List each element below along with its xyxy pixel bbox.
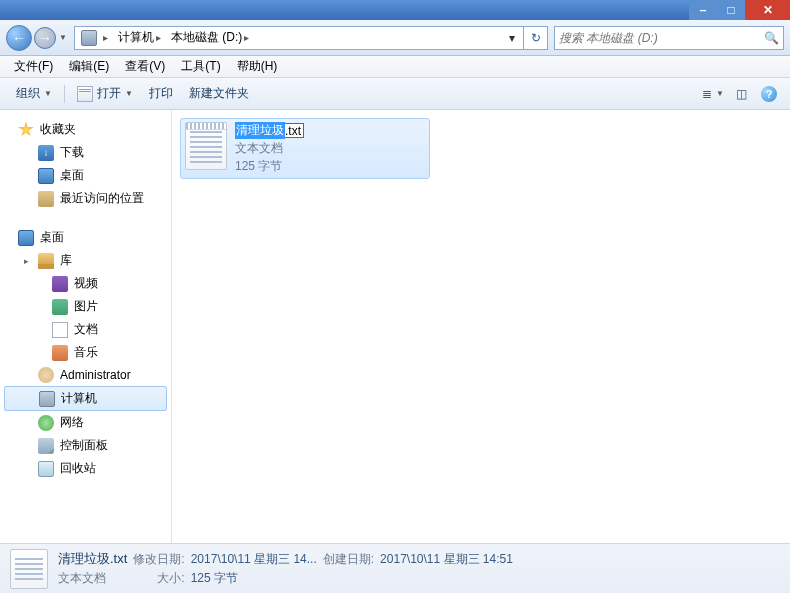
search-input[interactable] bbox=[559, 31, 764, 45]
maximize-icon: □ bbox=[727, 3, 734, 17]
organize-button[interactable]: 组织 ▼ bbox=[8, 81, 60, 106]
status-modified-value: 2017\10\11 星期三 14... bbox=[191, 551, 317, 568]
view-mode-button[interactable]: ≣▼ bbox=[700, 83, 726, 105]
music-icon bbox=[52, 345, 68, 361]
toolbar: 组织 ▼ 打开 ▼ 打印 新建文件夹 ≣▼ ◫ ? bbox=[0, 78, 790, 110]
chevron-down-icon: ▼ bbox=[125, 89, 133, 98]
breadcrumb-computer[interactable]: 计算机 ▸ bbox=[114, 27, 167, 49]
minimize-icon: – bbox=[700, 3, 707, 17]
back-button[interactable]: ← bbox=[6, 25, 32, 51]
chevron-down-icon: ▼ bbox=[44, 89, 52, 98]
nav-label: 库 bbox=[60, 252, 72, 269]
nav-label: 网络 bbox=[60, 414, 84, 431]
navigation-pane[interactable]: 收藏夹 下载 桌面 最近访问的位置 桌面 bbox=[0, 110, 172, 543]
desktop-group: 桌面 ▸ 库 视频 图片 文档 bbox=[0, 226, 171, 480]
open-button[interactable]: 打开 ▼ bbox=[69, 81, 141, 106]
file-name-ext[interactable]: .txt bbox=[285, 123, 304, 138]
preview-pane-button[interactable]: ◫ bbox=[728, 83, 754, 105]
sidebar-item-downloads[interactable]: 下载 bbox=[0, 141, 171, 164]
chevron-right-icon: ▸ bbox=[156, 32, 161, 43]
expand-icon[interactable]: ▸ bbox=[24, 256, 29, 266]
file-type: 文本文档 bbox=[235, 140, 304, 157]
file-list[interactable]: 清理垃圾.txt 文本文档 125 字节 bbox=[172, 110, 790, 543]
breadcrumb[interactable]: ▸ 计算机 ▸ 本地磁盘 (D:) ▸ ▾ bbox=[74, 26, 524, 50]
menu-bar: 文件(F) 编辑(E) 查看(V) 工具(T) 帮助(H) bbox=[0, 56, 790, 78]
file-size: 125 字节 bbox=[235, 158, 304, 175]
explorer-window: – □ ✕ ← → ▼ ▸ 计算机 ▸ 本地磁盘 (D:) ▸ ▾ ↻ bbox=[0, 0, 790, 593]
navigation-bar: ← → ▼ ▸ 计算机 ▸ 本地磁盘 (D:) ▸ ▾ ↻ 🔍 bbox=[0, 20, 790, 56]
breadcrumb-dropdown[interactable]: ▾ bbox=[503, 31, 521, 45]
sidebar-item-administrator[interactable]: Administrator bbox=[0, 364, 171, 386]
status-details: 清理垃圾.txt修改日期:2017\10\11 星期三 14...创建日期:20… bbox=[58, 550, 513, 587]
forward-button[interactable]: → bbox=[34, 27, 56, 49]
file-name-selected[interactable]: 清理垃圾 bbox=[235, 122, 285, 139]
breadcrumb-root[interactable]: ▸ bbox=[77, 27, 114, 49]
menu-file[interactable]: 文件(F) bbox=[6, 56, 61, 77]
arrow-left-icon: ← bbox=[12, 30, 26, 46]
sidebar-item-libraries[interactable]: ▸ 库 bbox=[0, 249, 171, 272]
nav-label: 最近访问的位置 bbox=[60, 190, 144, 207]
history-dropdown[interactable]: ▼ bbox=[58, 26, 68, 50]
sidebar-item-documents[interactable]: 文档 bbox=[0, 318, 171, 341]
sidebar-item-controlpanel[interactable]: 控制面板 bbox=[0, 434, 171, 457]
status-created-value: 2017\10\11 星期三 14:51 bbox=[380, 551, 513, 568]
refresh-button[interactable]: ↻ bbox=[524, 26, 548, 50]
menu-edit[interactable]: 编辑(E) bbox=[61, 56, 117, 77]
menu-tools[interactable]: 工具(T) bbox=[173, 56, 228, 77]
help-button[interactable]: ? bbox=[756, 83, 782, 105]
recent-icon bbox=[38, 191, 54, 207]
computer-icon bbox=[39, 391, 55, 407]
nav-label: 文档 bbox=[74, 321, 98, 338]
text-file-icon bbox=[185, 122, 227, 170]
file-info: 清理垃圾.txt 文本文档 125 字节 bbox=[235, 122, 304, 175]
sidebar-item-recyclebin[interactable]: 回收站 bbox=[0, 457, 171, 480]
file-name-editor[interactable]: 清理垃圾.txt bbox=[235, 122, 304, 139]
search-box[interactable]: 🔍 bbox=[554, 26, 784, 50]
star-icon bbox=[18, 122, 34, 138]
arrow-right-icon: → bbox=[38, 30, 52, 46]
sidebar-item-video[interactable]: 视频 bbox=[0, 272, 171, 295]
file-item[interactable]: 清理垃圾.txt 文本文档 125 字节 bbox=[180, 118, 430, 179]
maximize-button[interactable]: □ bbox=[717, 0, 745, 20]
close-button[interactable]: ✕ bbox=[745, 0, 790, 20]
minimize-button[interactable]: – bbox=[689, 0, 717, 20]
sidebar-item-desktop-fav[interactable]: 桌面 bbox=[0, 164, 171, 187]
titlebar[interactable]: – □ ✕ bbox=[0, 0, 790, 20]
new-folder-button[interactable]: 新建文件夹 bbox=[181, 81, 257, 106]
recycle-bin-icon bbox=[38, 461, 54, 477]
window-controls: – □ ✕ bbox=[689, 0, 790, 20]
details-pane: 清理垃圾.txt修改日期:2017\10\11 星期三 14...创建日期:20… bbox=[0, 543, 790, 593]
help-icon: ? bbox=[761, 86, 777, 102]
favorites-header[interactable]: 收藏夹 bbox=[0, 118, 171, 141]
picture-icon bbox=[52, 299, 68, 315]
menu-view[interactable]: 查看(V) bbox=[117, 56, 173, 77]
network-icon bbox=[38, 415, 54, 431]
chevron-right-icon: ▸ bbox=[244, 32, 249, 43]
search-icon[interactable]: 🔍 bbox=[764, 31, 779, 45]
sidebar-item-recent[interactable]: 最近访问的位置 bbox=[0, 187, 171, 210]
sidebar-item-network[interactable]: 网络 bbox=[0, 411, 171, 434]
favorites-group: 收藏夹 下载 桌面 最近访问的位置 bbox=[0, 118, 171, 210]
view-icon: ≣ bbox=[702, 87, 712, 101]
nav-label: 视频 bbox=[74, 275, 98, 292]
nav-label: 计算机 bbox=[61, 390, 97, 407]
desktop-icon bbox=[18, 230, 34, 246]
nav-label: 回收站 bbox=[60, 460, 96, 477]
breadcrumb-label: 计算机 bbox=[118, 29, 154, 46]
status-filetype: 文本文档 bbox=[58, 570, 127, 587]
desktop-header[interactable]: 桌面 bbox=[0, 226, 171, 249]
body: 收藏夹 下载 桌面 最近访问的位置 桌面 bbox=[0, 110, 790, 543]
nav-label: 音乐 bbox=[74, 344, 98, 361]
nav-label: 桌面 bbox=[60, 167, 84, 184]
chevron-down-icon: ▼ bbox=[716, 89, 724, 98]
breadcrumb-label: 本地磁盘 (D:) bbox=[171, 29, 242, 46]
breadcrumb-drive[interactable]: 本地磁盘 (D:) ▸ bbox=[167, 27, 255, 49]
sidebar-item-computer[interactable]: 计算机 bbox=[4, 386, 167, 411]
status-filename: 清理垃圾.txt bbox=[58, 550, 127, 568]
sidebar-item-music[interactable]: 音乐 bbox=[0, 341, 171, 364]
download-icon bbox=[38, 145, 54, 161]
menu-help[interactable]: 帮助(H) bbox=[229, 56, 286, 77]
print-button[interactable]: 打印 bbox=[141, 81, 181, 106]
sidebar-item-pictures[interactable]: 图片 bbox=[0, 295, 171, 318]
preview-pane-icon: ◫ bbox=[736, 87, 747, 101]
